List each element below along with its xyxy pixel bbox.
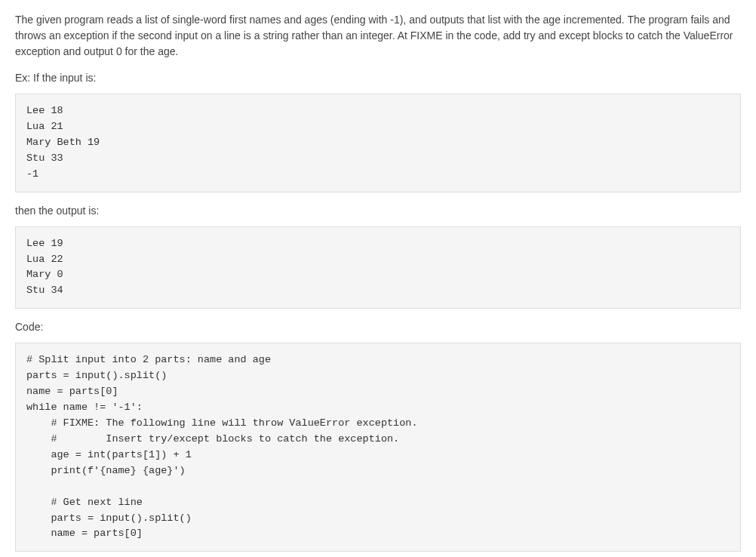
code-block: # Split input into 2 parts: name and age… bbox=[15, 343, 741, 552]
example-input-label: Ex: If the input is: bbox=[15, 70, 741, 86]
problem-description: The given program reads a list of single… bbox=[15, 12, 741, 60]
example-input-block: Lee 18 Lua 21 Mary Beth 19 Stu 33 -1 bbox=[15, 94, 741, 192]
example-output-block: Lee 19 Lua 22 Mary 0 Stu 34 bbox=[15, 226, 741, 309]
code-label: Code: bbox=[15, 319, 741, 335]
example-output-label: then the output is: bbox=[15, 203, 741, 219]
